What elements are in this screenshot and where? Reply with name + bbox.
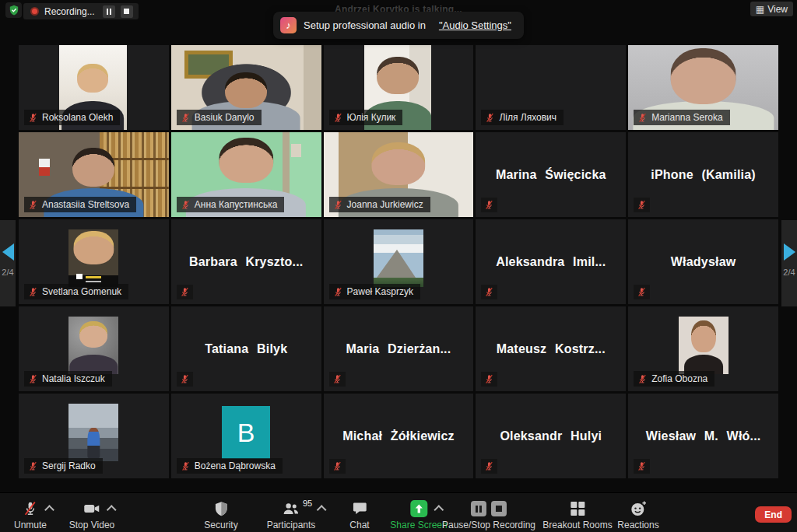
shield-icon [213,501,229,516]
participant-tile[interactable]: Roksolana Olekh [19,45,169,130]
pause-recording-icon[interactable] [471,501,486,516]
participant-name-chip: Basiuk Danylo [177,110,262,125]
participant-tile[interactable]: Barbara Kryszto... [171,219,321,304]
participant-tile[interactable]: Oleksandr Hulyi [476,394,626,478]
participant-tile[interactable]: Władysław [628,219,778,304]
participant-tile[interactable]: Paweł Kasprzyk [324,219,474,304]
pause-stop-recording-label: Pause/Stop Recording [442,520,535,530]
participant-tile[interactable]: Michał Żółkiewicz [324,394,474,478]
muted-mic-icon [637,461,647,471]
muted-mic-icon [637,200,647,210]
music-note-icon: ♪ [280,17,297,33]
participant-tile[interactable]: Sergij Radko [19,394,169,478]
participant-name: Oleksandr Hulyi [476,394,626,478]
pause-stop-recording-button[interactable]: Pause/Stop Recording [442,500,535,530]
muted-mic-icon [484,461,494,471]
unmute-button[interactable]: Unmute [14,500,47,530]
muted-mic-indicator [634,198,650,212]
muted-mic-icon [637,374,648,384]
participant-avatar [68,317,118,374]
audio-settings-link[interactable]: "Audio Settings" [439,19,511,31]
share-screen-button[interactable]: Share Screen [390,500,447,530]
reactions-label: Reactions [617,520,658,530]
participant-tile[interactable]: Anastasiia Streltsova [19,132,169,217]
security-label: Security [204,520,237,530]
stop-recording-icon[interactable] [491,501,507,516]
muted-mic-indicator [481,372,497,387]
previous-page-button[interactable]: 2/4 [0,220,16,306]
end-meeting-button[interactable]: End [755,506,792,523]
participant-avatar [374,229,423,287]
participants-button[interactable]: 95 Participants [267,500,316,530]
participant-tile[interactable]: Natalia Iszczuk [19,306,169,391]
toast-message: Setup professional audio in [304,19,426,31]
participant-name-chip: Ліля Ляхович [481,110,564,125]
chat-button[interactable]: Chat [349,500,369,530]
participant-name: Zofia Obozna [651,373,707,384]
participant-tile[interactable]: Mateusz Kostrz... [476,306,626,391]
chat-label: Chat [349,520,369,530]
share-screen-icon [410,500,427,517]
participant-tile[interactable]: Wiesław M. Włó... [628,394,778,478]
participant-tile[interactable]: Marianna Seroka [628,45,778,130]
muted-mic-icon [637,113,648,123]
participant-tile[interactable]: iPhone (Kamilia) [628,132,778,217]
participant-tile[interactable]: Юлія Кулик [324,45,474,130]
participant-tile[interactable]: Svetlana Gomenuk [19,219,169,304]
breakout-rooms-button[interactable]: Breakout Rooms [542,500,612,530]
muted-mic-icon [485,113,495,123]
muted-mic-indicator [177,285,193,299]
unmute-label: Unmute [14,520,47,530]
muted-mic-icon [28,461,38,471]
participant-name-chip: Sergij Radko [24,458,103,474]
participant-tile[interactable]: Анна Капустинська [171,132,321,217]
participant-name: Marianna Seroka [651,112,722,123]
chat-bubble-icon [352,501,367,516]
participant-tile[interactable]: Zofia Obozna [628,306,778,391]
muted-mic-icon [180,287,190,297]
muted-mic-indicator [634,459,650,474]
participant-name-chip: Zofia Obozna [634,371,714,387]
participant-tile[interactable]: Ліля Ляхович [476,45,626,130]
participant-tile[interactable]: Tatiana Bilyk [171,306,321,391]
participant-tile[interactable]: Aleksandra Imil... [476,219,626,304]
muted-mic-icon [181,461,191,471]
muted-mic-icon [180,374,190,384]
participant-name-chip: Roksolana Olekh [24,110,120,125]
chevron-right-icon [784,243,795,261]
participant-name: Maria Dzierżan... [324,306,474,391]
participant-name-chip: Svetlana Gomenuk [24,284,128,299]
participant-name: Анна Капустинська [195,199,278,210]
participant-name: Paweł Kasprzyk [347,286,413,297]
participant-name: Tatiana Bilyk [171,306,321,391]
participant-tile[interactable]: Basiuk Danylo [171,45,321,130]
chevron-up-icon[interactable] [317,505,327,515]
participant-tile[interactable]: Maria Dzierżan... [324,306,474,391]
participant-name: Sergij Radko [42,460,96,471]
muted-mic-icon [484,287,494,297]
chevron-up-icon[interactable] [44,505,54,515]
security-button[interactable]: Security [204,500,237,530]
participant-name-chip: Paweł Kasprzyk [329,284,420,299]
participant-tile[interactable]: Joanna Jurkiewicz [324,132,474,217]
chevron-up-icon[interactable] [107,505,117,515]
participant-name: Wiesław M. Włó... [628,394,778,478]
muted-mic-indicator [329,459,346,474]
participant-tile[interactable]: B Bożena Dąbrowska [171,394,321,478]
muted-mic-icon [28,374,38,384]
view-button[interactable]: ▦ View [750,2,793,16]
muted-mic-icon [637,287,647,297]
participant-name: Юлія Кулик [347,112,396,123]
stop-video-button[interactable]: Stop Video [69,500,115,530]
participant-name: Barbara Kryszto... [171,219,321,304]
participant-name: Joanna Jurkiewicz [347,199,423,210]
participant-tile[interactable]: Marina Święcicka [476,132,626,217]
participant-name: Bożena Dąbrowska [195,460,276,471]
next-page-button[interactable]: 2/4 [781,220,797,306]
participant-name: Anastasiia Streltsova [42,199,129,210]
reactions-button[interactable]: Reactions [617,500,658,530]
muted-mic-icon [28,287,38,297]
participant-name-chip: Bożena Dąbrowska [177,458,283,474]
muted-mic-indicator [481,459,497,474]
breakout-rooms-icon [571,502,585,516]
